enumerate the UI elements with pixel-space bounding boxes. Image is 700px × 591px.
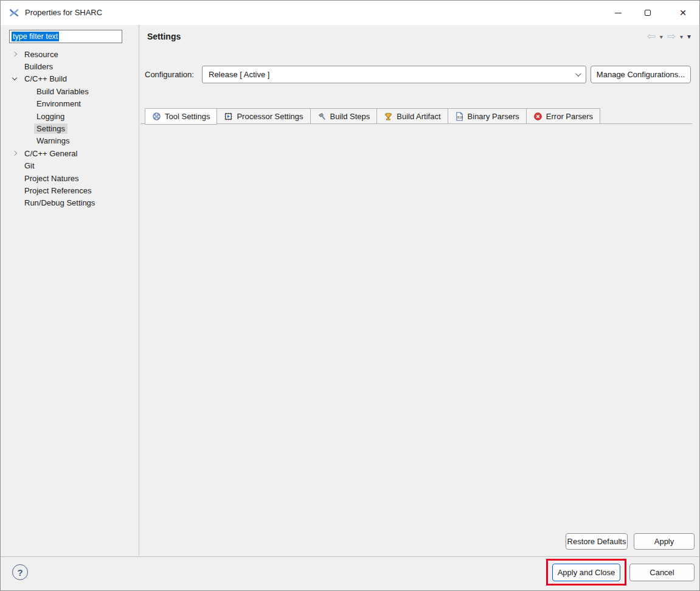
- close-icon: ×: [679, 6, 686, 19]
- tab-binary-parsers[interactable]: Binary Parsers: [448, 108, 527, 124]
- sidebar-item-label: Builders: [22, 61, 55, 72]
- sidebar-item[interactable]: Project Natures: [1, 172, 139, 184]
- properties-nav-tree: Resource Builders C/C++ Build Build Vari…: [1, 48, 139, 209]
- help-button[interactable]: ?: [12, 564, 28, 580]
- chevron-icon[interactable]: [12, 75, 17, 80]
- tab-error-parsers[interactable]: Error Parsers: [527, 108, 600, 124]
- chevron-icon[interactable]: [12, 52, 17, 57]
- sidebar-item-label: Project Natures: [22, 173, 81, 184]
- close-button[interactable]: ×: [669, 1, 697, 25]
- sidebar-item-label: Environment: [34, 98, 83, 109]
- sidebar-item[interactable]: Resource: [1, 48, 139, 60]
- forward-arrow-icon[interactable]: ⇨: [667, 30, 676, 43]
- apply-and-close-button[interactable]: Apply and Close: [552, 564, 620, 581]
- back-menu-caret-icon[interactable]: ▾: [660, 33, 663, 40]
- bottom-separator: [1, 556, 699, 557]
- apply-button[interactable]: Apply: [634, 533, 695, 550]
- chevron-down-icon: [575, 71, 581, 77]
- filter-text: type filter text: [12, 32, 59, 41]
- tab-tool-settings[interactable]: Tool Settings: [145, 108, 217, 125]
- sidebar-item-label: C/C++ Build: [22, 74, 69, 84]
- titlebar: Properties for SHARC ×: [1, 1, 699, 25]
- sidebar-item[interactable]: C/C++ General: [1, 147, 139, 159]
- view-menu-caret-icon[interactable]: ▾: [687, 32, 691, 41]
- restore-defaults-button[interactable]: Restore Defaults: [566, 533, 628, 550]
- minimize-button[interactable]: [604, 1, 632, 25]
- sidebar-item[interactable]: Environment: [1, 98, 139, 110]
- sidebar-item[interactable]: Git: [1, 160, 139, 172]
- manage-configurations-button[interactable]: Manage Configurations...: [591, 66, 691, 83]
- sidebar-item-label: C/C++ General: [22, 148, 80, 159]
- processor-settings-icon: [224, 112, 233, 121]
- properties-dialog: Properties for SHARC × type filter text …: [0, 0, 700, 591]
- build-artifact-icon: [384, 112, 393, 121]
- sidebar-item-label: Project References: [22, 185, 94, 196]
- cancel-button[interactable]: Cancel: [629, 564, 695, 581]
- sidebar-item[interactable]: Warnings: [1, 135, 139, 147]
- sidebar: type filter text Resource Builders C/C++…: [1, 25, 139, 556]
- sidebar-item-label: Resource: [22, 49, 61, 60]
- sidebar-item[interactable]: Builders: [1, 60, 139, 72]
- settings-tabbar: Tool Settings Processor Settings Build S…: [145, 108, 600, 125]
- sidebar-item[interactable]: Build Variables: [1, 85, 139, 97]
- sidebar-item-label: Logging: [34, 111, 67, 122]
- back-arrow-icon[interactable]: ⇦: [646, 30, 655, 43]
- maximize-icon: [645, 10, 651, 16]
- forward-menu-caret-icon[interactable]: ▾: [680, 33, 683, 40]
- sidebar-item-label: Git: [22, 161, 37, 171]
- tab-content-area: [140, 123, 692, 525]
- configuration-value: Release [ Active ]: [209, 70, 269, 79]
- tab-build-steps[interactable]: Build Steps: [311, 108, 378, 124]
- tab-processor-settings[interactable]: Processor Settings: [217, 108, 310, 124]
- page-header: Settings ⇦ ▾ ⇨ ▾ ▾: [140, 25, 699, 48]
- binary-parsers-icon: [455, 112, 464, 121]
- sidebar-item-label: Run/Debug Settings: [22, 198, 97, 208]
- history-navigation: ⇦ ▾ ⇨ ▾ ▾: [646, 30, 691, 43]
- error-parsers-icon: [533, 112, 542, 121]
- page-title: Settings: [147, 32, 181, 41]
- sidebar-item-label: Warnings: [34, 136, 72, 146]
- tab-build-artifact[interactable]: Build Artifact: [377, 108, 448, 124]
- filter-input[interactable]: type filter text: [9, 30, 122, 43]
- sidebar-item-label: Settings: [34, 123, 68, 134]
- minimize-icon: [615, 13, 622, 13]
- sidebar-item[interactable]: Run/Debug Settings: [1, 197, 139, 209]
- configuration-select[interactable]: Release [ Active ]: [202, 66, 586, 83]
- crosscore-logo-icon: [9, 8, 19, 18]
- configuration-label: Configuration:: [145, 70, 194, 79]
- sidebar-item[interactable]: Logging: [1, 110, 139, 122]
- question-mark-icon: ?: [17, 567, 23, 578]
- sidebar-item-label: Build Variables: [34, 86, 91, 97]
- sidebar-item[interactable]: Settings: [1, 122, 139, 134]
- sidebar-item[interactable]: Project References: [1, 184, 139, 196]
- tool-settings-icon: [152, 112, 161, 121]
- build-steps-icon: [317, 112, 327, 121]
- sidebar-item[interactable]: C/C++ Build: [1, 73, 139, 85]
- maximize-button[interactable]: [634, 1, 662, 25]
- window-title: Properties for SHARC: [25, 1, 102, 25]
- chevron-icon[interactable]: [12, 151, 17, 156]
